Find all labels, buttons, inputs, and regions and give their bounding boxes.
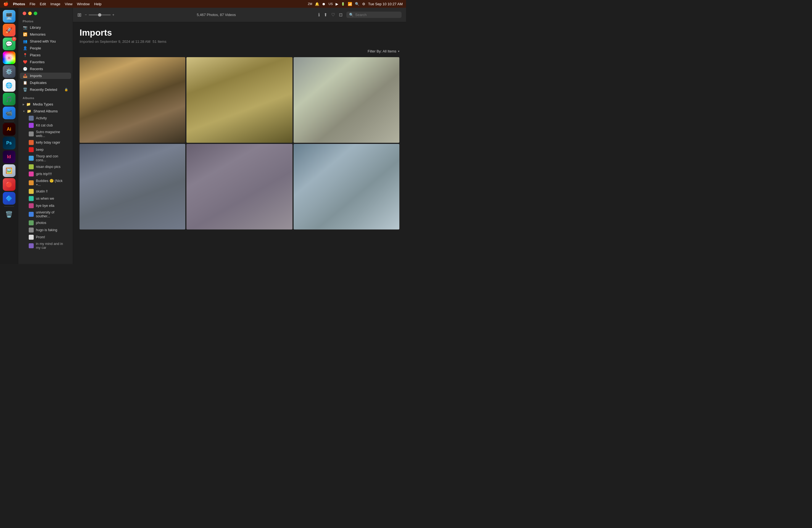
imports-icon: 📥 xyxy=(23,74,28,78)
thorp-label: Thorp and con cons... xyxy=(36,155,68,162)
dock-app-xcode[interactable]: 🔷 xyxy=(3,192,15,205)
search-input[interactable] xyxy=(355,13,399,17)
window-menu[interactable]: Window xyxy=(77,2,90,6)
dock-app-messages[interactable]: 💬 7 xyxy=(3,38,15,50)
dock-app-trash[interactable]: 🗑️ xyxy=(3,208,15,221)
sidebar-item-thorp[interactable]: Thorp and con cons... xyxy=(20,153,71,163)
in-my-mind-thumb xyxy=(29,243,34,248)
dock-app-launchpad[interactable]: 🚀 xyxy=(3,24,15,36)
sidebar-item-people[interactable]: 👤 People xyxy=(20,45,71,52)
sidebar-item-hugo-faking[interactable]: hugo is faking xyxy=(20,227,71,233)
dock-app-photos[interactable]: 🌸 xyxy=(3,52,15,64)
sidebar-item-us-when-we[interactable]: us when we xyxy=(20,195,71,202)
media-icon[interactable]: ▶ xyxy=(336,2,338,6)
sidebar-item-places[interactable]: 📍 Places xyxy=(20,52,71,58)
sidebar-item-prom[interactable]: Prom! xyxy=(20,234,71,240)
screen-record-icon[interactable]: ⏺ xyxy=(322,2,325,6)
minimize-button[interactable] xyxy=(28,12,32,15)
zoom-minus-icon[interactable]: − xyxy=(85,13,87,17)
maximize-button[interactable] xyxy=(34,12,37,15)
sidebar-item-favorites[interactable]: ❤️ Favorites xyxy=(20,59,71,65)
sidebar-item-kit-cat-club[interactable]: Kit cat club xyxy=(20,122,71,129)
memories-label: Memories xyxy=(30,32,46,36)
dock-app-illustrator[interactable]: Ai xyxy=(3,123,15,136)
photo-item-6[interactable] xyxy=(294,144,400,230)
sidebar-item-girls-trip[interactable]: girls trip!!!! xyxy=(20,171,71,177)
crop-icon[interactable]: ⊡ xyxy=(339,12,343,17)
photo-item-4[interactable] xyxy=(79,144,185,230)
places-icon: 📍 xyxy=(23,53,28,57)
menubar-right: ZM 🔔 ⏺ US ▶ 🔋 📶 🔍 ⚙ Tue Sep 10 10:27 AM xyxy=(308,2,403,6)
share-icon[interactable]: ⬆ xyxy=(324,12,327,17)
photo-item-5[interactable] xyxy=(186,144,292,230)
dock-app-syspreferences[interactable]: ⚙️ xyxy=(3,65,15,78)
zoom-slider[interactable] xyxy=(89,14,111,15)
close-button[interactable] xyxy=(23,12,26,15)
photo-item-3[interactable] xyxy=(294,57,400,143)
kelly-label: kelly bday rager xyxy=(36,141,60,144)
sidebar-group-shared-albums[interactable]: ▼ 📁 Shared Albums xyxy=(20,108,71,114)
prom-label: Prom! xyxy=(36,235,45,239)
view-toggle[interactable]: ⊞ xyxy=(77,12,82,18)
dock-app-chrome[interactable]: 🌐 xyxy=(3,79,15,92)
view-menu[interactable]: View xyxy=(65,2,73,6)
favorite-icon[interactable]: ♡ xyxy=(331,12,335,17)
dock-app-creative-cloud[interactable]: 🔴 xyxy=(3,178,15,191)
sidebar-item-activity[interactable]: Activity xyxy=(20,115,71,121)
control-center-icon[interactable]: ⚙ xyxy=(362,2,365,6)
recents-label: Recents xyxy=(30,67,43,71)
dock-app-zoom[interactable]: 📹 xyxy=(3,107,15,119)
sidebar-item-photos-album[interactable]: photos xyxy=(20,220,71,226)
app-body: 🖥️ 🚀 💬 7 🌸 ⚙️ 🌐 🎵 📹 Ai Ps Id 🖼️ 🔴 🔷 🗑️ P… xyxy=(0,8,406,264)
sidebar-item-sutro[interactable]: Sutro magazine web... xyxy=(20,129,71,138)
file-menu[interactable]: File xyxy=(30,2,35,6)
zoom-plus-icon[interactable]: + xyxy=(112,13,115,17)
photo-item-2[interactable] xyxy=(186,57,292,143)
toolbar: ⊞ − + 5,467 Photos, 87 Videos ℹ ⬆ ♡ ⊡ 🔍 xyxy=(73,8,406,22)
help-menu[interactable]: Help xyxy=(94,2,102,6)
shared-albums-chevron-icon: ▼ xyxy=(23,110,25,113)
zoom-icon: ZM xyxy=(308,2,313,5)
info-icon[interactable]: ℹ xyxy=(318,12,320,17)
lock-icon: 🔒 xyxy=(64,88,68,91)
dock-app-indesign[interactable]: Id xyxy=(3,150,15,163)
bye-bye-ella-label: bye bye ella xyxy=(36,204,54,208)
sidebar-item-in-my-mind[interactable]: in my mind and in my car xyxy=(20,241,71,250)
sidebar-photos-label: Photos xyxy=(18,18,73,24)
apple-menu[interactable]: 🍎 xyxy=(3,1,9,6)
photo-item-1[interactable] xyxy=(79,57,185,143)
sidebar-item-recently-deleted[interactable]: 🗑️ Recently Deleted 🔒 xyxy=(20,86,71,93)
dock-app-finder[interactable]: 🖥️ xyxy=(3,10,15,23)
sidebar-item-memories[interactable]: 🔁 Memories xyxy=(20,31,71,38)
edit-menu[interactable]: Edit xyxy=(40,2,46,6)
sidebar-item-buddies[interactable]: Buddies 🤨 (Nick +... xyxy=(20,178,71,188)
nisan-label: nisan dispo pics xyxy=(36,165,60,169)
photo-6-bg xyxy=(294,144,400,230)
sidebar-item-kelly-bday[interactable]: kelly bday rager xyxy=(20,139,71,146)
dock-app-preview[interactable]: 🖼️ xyxy=(3,164,15,177)
us-when-we-label: us when we xyxy=(36,196,54,201)
image-menu[interactable]: Image xyxy=(50,2,60,6)
sidebar-item-bye-bye-ella[interactable]: bye bye ella xyxy=(20,202,71,209)
prom-thumb xyxy=(29,235,34,240)
sidebar-item-duplicates[interactable]: 📋 Duplicates xyxy=(20,79,71,86)
spotlight-icon[interactable]: 🔍 xyxy=(355,2,359,6)
sidebar-item-recents[interactable]: 🕐 Recents xyxy=(20,66,71,72)
media-types-chevron-icon: ▶ xyxy=(23,103,25,106)
sidebar-group-media-types[interactable]: ▶ 📁 Media Types xyxy=(20,101,71,107)
shared-albums-label: Shared Albums xyxy=(33,109,58,113)
media-types-folder-icon: 📁 xyxy=(26,102,31,106)
notification-icon[interactable]: 🔔 xyxy=(315,2,319,6)
app-name-menu[interactable]: Photos xyxy=(13,2,25,6)
favorites-label: Favorites xyxy=(30,60,44,64)
dock-app-spotify[interactable]: 🎵 xyxy=(3,93,15,105)
sidebar-item-university[interactable]: university of souther... xyxy=(20,210,71,219)
sidebar-item-nisan[interactable]: nisan dispo pics xyxy=(20,163,71,170)
sidebar-item-shared-with-you[interactable]: 👥 Shared with You xyxy=(20,38,71,44)
sidebar-item-beep[interactable]: beep xyxy=(20,146,71,153)
filter-dropdown[interactable]: Filter By: All Items ▾ xyxy=(367,49,400,53)
sidebar-item-imports[interactable]: 📥 Imports xyxy=(20,73,71,79)
dock-app-photoshop[interactable]: Ps xyxy=(3,137,15,149)
sidebar-item-library[interactable]: 📷 Library xyxy=(20,24,71,31)
sidebar-item-skatin[interactable]: skatin ‼️ xyxy=(20,188,71,195)
